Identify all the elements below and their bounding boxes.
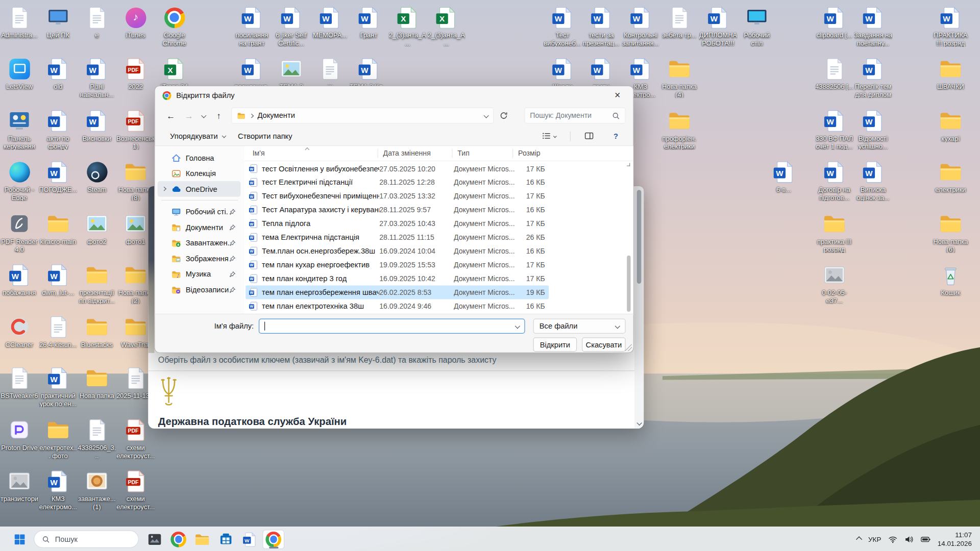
list-scrollbar-thumb[interactable] [627, 256, 630, 312]
refresh-button[interactable] [496, 108, 512, 124]
desktop-icon[interactable]: BSTweaker6 [0, 365, 39, 399]
resize-grip[interactable] [625, 344, 631, 351]
sidebar-item-downloads[interactable]: Завантажен. [158, 235, 241, 251]
up-button[interactable]: ↑ [211, 108, 227, 124]
file-row[interactable]: W Тепла підлога 27.03.2025 10:43 Докумен… [246, 217, 549, 231]
clock[interactable]: 11:07 14.01.2026 [938, 530, 972, 548]
desktop-icon[interactable]: W6-в... [765, 159, 803, 193]
desktop-icon[interactable]: e [78, 5, 116, 39]
battery-icon[interactable] [921, 536, 931, 542]
desktop-icon[interactable]: Wdwm_lut-... [39, 262, 78, 296]
desktop-icon[interactable]: Wпобажання [0, 262, 39, 296]
organize-button[interactable]: Упорядкувати [164, 129, 232, 143]
desktop-icon[interactable]: Цей ПК [39, 5, 78, 39]
desktop-icon[interactable]: W6 jiker Self Certific... [272, 5, 311, 47]
desktop-icon[interactable]: WВисновки [78, 108, 116, 142]
desktop-icon[interactable]: Wold [39, 56, 78, 90]
desktop-icon[interactable]: Wпрактичний урок по ен... [39, 365, 78, 407]
desktop-icon[interactable]: WДоговір на підготов... [815, 159, 854, 201]
desktop-icon[interactable]: WПРАКТИКА !!! розряд [931, 5, 970, 47]
desktop-icon[interactable]: презентації пп відкрит... [78, 262, 116, 304]
file-row[interactable]: W тем план кухар енергоефектив 19.09.202… [246, 258, 549, 272]
desktop-icon[interactable]: ♪iTunes [116, 5, 155, 39]
desktop-icon[interactable]: Proton Drive [0, 417, 39, 452]
sidebar-item-pictures[interactable]: Зображення [158, 251, 241, 266]
desktop-icon[interactable]: 0-02-05-e37... [815, 262, 854, 304]
desktop-icon[interactable]: Кошик [931, 262, 970, 296]
file-row[interactable]: W тем план енергозбереження швачки 26.02… [246, 286, 549, 299]
desktop-icon[interactable]: електрики [931, 159, 970, 193]
browser-scrollbar[interactable] [634, 186, 644, 429]
desktop-icon[interactable]: Steam [78, 159, 116, 193]
column-header-type[interactable]: Тип [453, 148, 513, 158]
cancel-button[interactable]: Скасувати [582, 337, 626, 352]
breadcrumb-folder[interactable]: Документи [257, 111, 295, 120]
desktop-icon[interactable]: Wакти по фонду [39, 108, 78, 150]
sidebar-item-music[interactable]: ♪ Музика [158, 266, 241, 282]
desktop-icon[interactable]: транзистори [0, 468, 39, 503]
wifi-icon[interactable] [888, 535, 897, 544]
browser-scrollbar-thumb[interactable] [637, 190, 642, 284]
desktop-icon[interactable]: WМЕМОРА... [311, 5, 350, 39]
sidebar-item-documents[interactable]: Документи [158, 219, 241, 235]
desktop-icon[interactable]: електротех... фото [39, 417, 78, 459]
desktop-icon[interactable]: завантаже... (1) [78, 468, 116, 510]
taskbar-app-file-explorer[interactable] [191, 530, 213, 549]
chevron-down-icon[interactable] [515, 323, 520, 329]
desktop-icon[interactable]: WДИПЛОМНА РОБОТА!!! [699, 5, 738, 47]
desktop-icon[interactable]: ШВАЧКИ [931, 56, 970, 90]
desktop-icon[interactable]: WЗавдання на поетапну... [854, 5, 893, 47]
desktop-icon[interactable]: WВідомості успішно... [854, 108, 893, 150]
forward-button[interactable]: → [181, 108, 197, 124]
taskbar-app-word[interactable]: W [239, 530, 261, 549]
desktop-icon[interactable]: практика ІІІ розряд [815, 211, 854, 253]
history-dropdown-icon[interactable] [199, 108, 209, 124]
desktop-icon[interactable]: X2_(3)анта_А... [388, 5, 427, 47]
desktop-icon[interactable]: Administra... [0, 5, 39, 39]
desktop-icon[interactable]: зебета тр... [660, 5, 699, 39]
file-row[interactable]: W тем план електротехніка 38ш 16.09.2024… [246, 299, 549, 313]
desktop-icon[interactable]: WКМЗ електромо... [39, 468, 78, 510]
desktop-icon[interactable]: фото2 [78, 211, 116, 245]
sidebar-item-desktop[interactable]: Робочий сті. [158, 204, 241, 219]
desktop-icon[interactable]: WТест вибухонеб... [543, 5, 582, 47]
desktop-icon[interactable]: 43382506_3... [78, 417, 116, 459]
list-scrollbar[interactable] [625, 162, 632, 314]
desktop-icon[interactable]: WПОГОДЖЕ... [39, 159, 78, 193]
scroll-down-icon[interactable] [636, 420, 642, 425]
file-row[interactable]: W тем план кондитер 3 год 16.09.2025 10:… [246, 272, 549, 286]
taskbar-app-chrome-active[interactable] [262, 530, 284, 549]
desktop-icon[interactable]: WРізні навчальн... [78, 56, 116, 98]
desktop-icon[interactable]: Bluestacks [78, 314, 116, 348]
file-row[interactable]: W тест Електричні підстанції 28.11.2025 … [246, 176, 549, 189]
volume-icon[interactable] [904, 535, 914, 544]
file-row[interactable]: W тема Електрична підстанція 28.11.2025 … [246, 231, 549, 244]
taskbar-app-photos[interactable] [144, 530, 166, 549]
desktop-icon[interactable]: Робочий - Edge [0, 159, 39, 201]
desktop-icon[interactable]: 43882506 [... [815, 56, 854, 90]
language-indicator[interactable]: УКР [868, 535, 881, 543]
sidebar-item-gallery[interactable]: Колекція [158, 165, 241, 181]
column-header-date[interactable]: Дата змінення [378, 148, 453, 158]
desktop-icon[interactable]: WКонтрольні запитання... [621, 5, 660, 47]
view-mode-button[interactable] [535, 129, 562, 143]
sidebar-item-videos[interactable]: Відеозаписи [158, 282, 241, 297]
desktop-icon[interactable]: CCleaner [0, 314, 39, 348]
desktop-icon[interactable]: LetsView [0, 56, 39, 90]
file-row[interactable]: W Тест Апаратура захисту і керування в е… [246, 203, 549, 217]
desktop-icon[interactable]: PDF Reader 4.0 [0, 211, 39, 253]
preview-pane-button[interactable] [578, 129, 600, 143]
search-input[interactable]: Пошук: Документи [524, 108, 625, 124]
open-button[interactable]: Відкрити [533, 337, 577, 352]
column-header-size[interactable]: Розмір [513, 148, 547, 158]
tray-overflow-icon[interactable] [856, 536, 862, 542]
desktop-icon[interactable]: профоріен. електрики [660, 108, 699, 150]
taskbar-app-chrome[interactable] [167, 530, 189, 549]
desktop-icon[interactable]: Нова папка (6) [931, 211, 970, 253]
desktop-icon[interactable]: WПерелік тем для диплом [854, 56, 893, 98]
desktop-icon[interactable]: Google Chrome [155, 5, 194, 47]
column-header-name[interactable]: Ім'я [253, 148, 378, 158]
desktop-icon[interactable]: X2_(3)анта_А... [427, 5, 465, 47]
desktop-icon[interactable]: PDF2022 [116, 56, 155, 90]
desktop-icon[interactable]: Wпосилання на грант [233, 5, 272, 47]
